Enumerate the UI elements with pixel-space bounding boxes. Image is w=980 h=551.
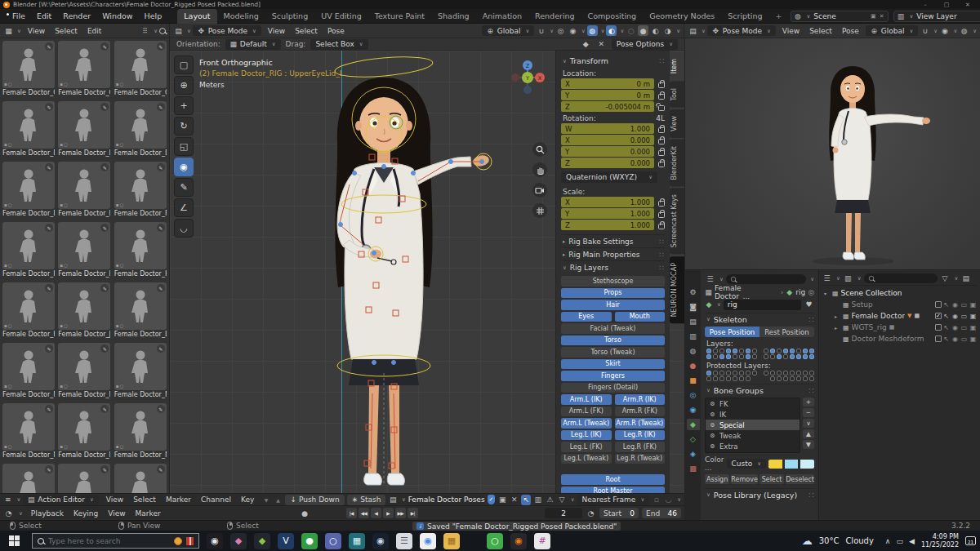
rig-layer-button[interactable]: Arm.R (IK) xyxy=(615,394,666,405)
asset-thumbnail[interactable]: ✎ ▪○ xyxy=(2,222,55,269)
asset-menu-item[interactable]: Select xyxy=(50,27,82,35)
scale-field[interactable]: X 1.000 xyxy=(561,197,654,207)
asset-item[interactable]: ✎ ▪○ Female Doctor_De.. xyxy=(58,162,110,219)
asset-item[interactable]: ✎ ▪○ Female Doctor_No.. xyxy=(114,343,167,400)
workspace-tab[interactable]: Texture Paint xyxy=(368,9,431,24)
viewport-menu-item[interactable]: Select xyxy=(290,27,323,35)
workspace-tab[interactable]: Layout xyxy=(177,9,216,24)
expand-icon[interactable]: ▸ xyxy=(835,313,840,319)
rig-layer-button[interactable]: Fingers (Detail) xyxy=(561,383,665,393)
bone-group-row[interactable]: ⚙ Tweak xyxy=(706,430,800,441)
move-down-button[interactable]: ▼ xyxy=(803,440,814,449)
asset-thumbnail[interactable]: ✎ ▪○ xyxy=(114,41,167,88)
checkbox[interactable] xyxy=(935,301,942,308)
selectable-icon[interactable]: ↖ xyxy=(942,301,951,309)
notification-center-icon[interactable]: 21 xyxy=(965,536,976,545)
asset-item[interactable]: ✎ ▪○ Female Doctor_De.. xyxy=(2,162,55,219)
mode-dropdown[interactable]: ✥ Pose Mode∨ xyxy=(193,25,261,36)
weather-temp[interactable]: 30°C xyxy=(819,536,840,545)
xray-toggle-icon[interactable]: ◐ xyxy=(606,25,617,36)
location-field[interactable]: Z -0.005004 m xyxy=(561,101,654,112)
rig-layer-button[interactable]: Arm.L (Tweak) xyxy=(561,418,612,429)
lock-icon[interactable] xyxy=(658,105,665,111)
asset-thumbnail[interactable]: ✎ ▪○ xyxy=(2,464,55,493)
rig-layer-button[interactable]: Arm.R (Tweak) xyxy=(615,418,666,429)
rig-layer-button[interactable]: Leg.L (Tweak) xyxy=(561,454,612,464)
outliner-search[interactable] xyxy=(864,273,938,283)
asset-thumbnail[interactable]: ✎ ▪○ xyxy=(2,403,55,451)
display-size-icon[interactable]: ⠿ xyxy=(140,25,150,36)
asset-item[interactable]: ✎ ▪○ Female Doctor_De.. xyxy=(114,101,167,158)
editor-type-icon[interactable]: ≡ xyxy=(3,495,13,505)
3d-viewport[interactable]: Front Orthographic (2) Female Doctor_RIG… xyxy=(170,51,684,493)
navigation-gizmo[interactable]: Z X Y xyxy=(509,59,546,96)
data-name-field[interactable]: rig xyxy=(724,300,801,310)
playback-button[interactable]: ▶▶ xyxy=(395,508,406,518)
new-scene-icon[interactable]: ▣ xyxy=(871,13,876,20)
asset-thumbnail[interactable]: ✎ ▪○ xyxy=(114,282,167,330)
editor-type-icon[interactable]: ▤ xyxy=(173,25,184,36)
select-box-tool[interactable]: ▢ xyxy=(174,56,194,74)
weather-desc[interactable]: Cloudy xyxy=(845,536,873,545)
bone-group-action-button[interactable]: Select xyxy=(760,474,784,484)
add-bone-group-button[interactable]: + xyxy=(803,398,814,407)
show-gizmo-icon[interactable]: ◉ xyxy=(939,25,950,36)
asset-thumbnail[interactable]: ✎ ▪○ xyxy=(58,222,110,269)
viewport-disable-icon[interactable]: ▭ xyxy=(960,324,969,331)
bone-groups-panel-header[interactable]: ∨ Bone Groups ∷ xyxy=(705,384,814,396)
selectable-icon[interactable]: ↖ xyxy=(942,313,951,320)
pose-options-dropdown[interactable]: Pose Options∨ xyxy=(612,39,678,50)
asset-thumbnail[interactable]: ✎ ▪○ xyxy=(114,403,167,451)
rig-layers-panel-header[interactable]: ∨ Rig Layers ∷ xyxy=(561,260,665,273)
viewport-disable-icon[interactable]: ▭ xyxy=(960,301,969,309)
asset-thumbnail[interactable]: ✎ ▪○ xyxy=(114,101,167,149)
menu-item[interactable]: File xyxy=(7,11,31,20)
green-app[interactable]: ● xyxy=(301,533,318,549)
transform-tool[interactable]: ◉ xyxy=(174,158,194,176)
rig-layer-button[interactable]: Facial (Tweak) xyxy=(561,323,665,334)
object-data-tab[interactable]: ◆ xyxy=(687,419,700,430)
asset-item[interactable]: ✎ ▪○ Female Doctor_Me.. xyxy=(2,343,55,400)
workspace-tab[interactable]: Scripting xyxy=(721,9,768,24)
rotate-tool[interactable]: ↻ xyxy=(174,117,194,136)
asset-item[interactable]: ✎ ▪○ Female Doctor_No.. xyxy=(58,403,110,460)
whatsapp-app[interactable]: ○ xyxy=(487,533,503,549)
asset-thumbnail[interactable]: ✎ ▪○ xyxy=(2,101,55,149)
remove-bone-group-button[interactable]: − xyxy=(803,408,814,417)
breadcrumb-data[interactable]: rig xyxy=(795,288,805,296)
rig-layer-button[interactable]: Eyes xyxy=(561,312,612,322)
asset-item[interactable]: ✎ ▪○ Female Doctor_No.. xyxy=(2,403,55,460)
network-icon[interactable]: ▭ xyxy=(896,537,903,545)
blender-app[interactable]: ◉ xyxy=(510,533,527,549)
bone-constraints-tab[interactable]: ◈ xyxy=(687,448,700,460)
pose-breakdowner-tool[interactable]: ◡ xyxy=(174,219,194,238)
asset-item[interactable]: ✎ ▪○ Female Doctor_Cro xyxy=(114,41,167,98)
armature-layers-row1[interactable] xyxy=(706,349,814,353)
asset-item[interactable]: ✎ ▪○ Female Doctor_Hol xyxy=(114,222,167,279)
rig-layer-button[interactable]: Skirt xyxy=(561,359,665,370)
transform-orientation-dropdown[interactable]: ⊕ Global∨ xyxy=(482,25,534,36)
show-overlays-icon[interactable]: ◍ xyxy=(959,25,969,36)
asset-item[interactable]: ✎ ▪○ Female Doctor_Fe.. xyxy=(114,162,167,219)
rig-layer-button[interactable]: Mouth xyxy=(615,312,666,322)
bone-group-specials-button[interactable]: ∨ xyxy=(803,419,814,428)
rotation-field[interactable]: Z 0.000 xyxy=(561,158,654,168)
asset-item[interactable]: ✎ ▪○ Female Doctor_Co.. xyxy=(2,41,55,98)
zoom-icon[interactable] xyxy=(532,142,547,157)
workspace-tab[interactable]: Shading xyxy=(431,9,476,24)
annotate-tool[interactable]: ✎ xyxy=(174,178,194,197)
asset-item[interactable]: ✎ ▪○ Female Doctor_Le.. xyxy=(114,282,167,340)
chrome-app[interactable]: ◉ xyxy=(420,533,436,549)
n-panel-tab[interactable]: NEURON MOCAP xyxy=(670,256,684,323)
asset-thumbnail[interactable]: ✎ ▪○ xyxy=(114,343,167,390)
n-panel-tab[interactable]: Screencast Keys xyxy=(670,188,684,254)
clear-icon[interactable]: ✕ xyxy=(596,39,607,50)
asset-item[interactable]: ✎ ▪○ Female Doctor_Ha.. xyxy=(2,222,55,279)
world-tab[interactable]: ● xyxy=(687,360,700,371)
solid-shading-icon[interactable]: ● xyxy=(638,25,648,36)
checkbox[interactable] xyxy=(935,313,942,319)
scene-tab[interactable]: ◍ xyxy=(687,345,700,357)
rig-layer-button[interactable]: Torso (Tweak) xyxy=(561,347,665,358)
lock-icon[interactable] xyxy=(658,201,665,207)
scene-collection-row[interactable]: ▾ ▦ Scene Collection xyxy=(822,287,978,299)
